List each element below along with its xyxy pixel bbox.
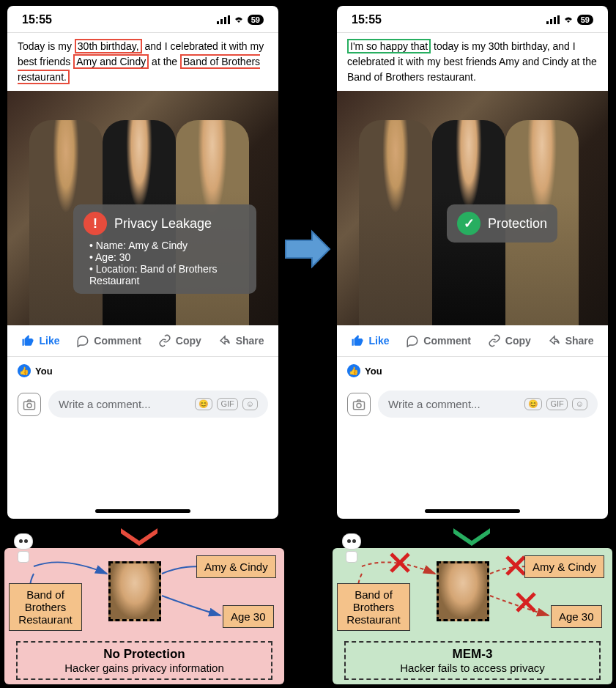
comment-icon [406, 334, 419, 347]
camera-icon[interactable] [347, 393, 371, 416]
emoji-face-icon[interactable]: 😊 [195, 398, 212, 410]
comment-label: Comment [423, 335, 471, 347]
caption-title: MEM-3 [360, 647, 585, 662]
copy-label: Copy [176, 335, 201, 347]
leak-item: Age: 30 [89, 251, 246, 263]
svg-rect-8 [554, 17, 556, 24]
svg-rect-1 [220, 19, 223, 24]
status-bar: 15:55 59 [337, 6, 608, 32]
reaction-row: 👍 You [337, 357, 608, 385]
signal-icon [217, 15, 230, 24]
share-button[interactable]: Share [218, 334, 264, 347]
like-label: Like [39, 335, 59, 347]
leak-item: Name: Amy & Cindy [89, 240, 246, 251]
svg-rect-3 [228, 15, 230, 24]
post-photo: ✓ Protection [337, 91, 608, 325]
share-label: Share [565, 335, 594, 347]
wifi-icon [563, 15, 574, 24]
diagram-mem3: Band of Brothers Restaurant Amy & Cindy … [333, 548, 612, 684]
comment-button[interactable]: Comment [406, 334, 471, 347]
home-indicator [425, 509, 520, 513]
post-text-right: I'm so happy that today is my 30th birth… [337, 32, 608, 91]
comment-input[interactable]: Write a comment... 😊 GIF ☺ [378, 391, 598, 418]
copy-label: Copy [505, 335, 531, 347]
highlight-names: Amy and Cindy [73, 54, 149, 69]
post-action-bar: Like Comment Copy Share [337, 325, 608, 357]
comment-placeholder: Write a comment... [59, 398, 151, 410]
like-button[interactable]: Like [21, 334, 59, 347]
battery-icon: 59 [248, 15, 264, 25]
camera-icon[interactable] [18, 393, 41, 416]
comment-label: Comment [94, 335, 141, 347]
info-names: Amy & Cindy [524, 555, 604, 578]
chevron-down-icon [117, 525, 161, 547]
status-time: 15:55 [352, 13, 382, 26]
robot-icon [10, 533, 37, 564]
chevron-down-icon [450, 525, 494, 547]
copy-icon [488, 334, 501, 347]
check-icon: ✓ [457, 212, 480, 235]
emoji-face-icon[interactable]: 😊 [524, 398, 542, 410]
share-icon [218, 334, 231, 347]
like-reaction-icon: 👍 [18, 364, 31, 377]
smiley-icon[interactable]: ☺ [572, 398, 587, 410]
like-reaction-icon: 👍 [347, 364, 360, 377]
status-icons: 59 [217, 15, 264, 25]
badge-title: Protection [488, 216, 547, 232]
badge-title: Privacy Leakage [114, 216, 212, 232]
share-button[interactable]: Share [548, 334, 594, 347]
comment-input[interactable]: Write a comment... 😊 GIF ☺ [48, 391, 268, 418]
reaction-row: 👍 You [7, 357, 278, 385]
info-names: Amy & Cindy [196, 555, 276, 578]
post-photo: ! Privacy Leakage Name: Amy & Cindy Age:… [7, 91, 278, 325]
caption-title: No Protection [32, 647, 256, 662]
svg-rect-2 [224, 17, 226, 24]
like-button[interactable]: Like [351, 334, 389, 347]
post-text-segment: Today is my [18, 40, 75, 52]
post-text-left: Today is my 30th birthday, and I celebra… [7, 32, 278, 91]
svg-rect-6 [546, 21, 549, 24]
svg-rect-0 [217, 21, 219, 24]
battery-icon: 59 [577, 15, 593, 25]
info-restaurant: Band of Brothers Restaurant [337, 583, 410, 631]
privacy-leakage-badge: ! Privacy Leakage Name: Amy & Cindy Age:… [73, 204, 256, 294]
transition-arrow-icon [284, 227, 333, 271]
you-label: You [365, 366, 382, 377]
gif-icon[interactable]: GIF [546, 398, 567, 410]
info-age: Age 30 [223, 605, 274, 628]
thumbs-up-icon [21, 334, 34, 347]
gif-icon[interactable]: GIF [217, 398, 237, 410]
you-label: You [35, 366, 53, 377]
share-label: Share [236, 335, 264, 347]
comment-icon [76, 334, 89, 347]
leak-item: Location: Band of Brothers Restaurant [89, 263, 246, 286]
highlight-prefix: I'm so happy that [347, 39, 431, 53]
wifi-icon [233, 15, 245, 24]
person-silhouette [359, 120, 432, 325]
signal-icon [546, 15, 560, 24]
like-label: Like [368, 335, 389, 347]
phone-mockup-left: 15:55 59 Today is my 30th birthday, and … [7, 6, 278, 519]
smiley-icon[interactable]: ☺ [242, 398, 258, 410]
composer-icons: 😊 GIF ☺ [524, 398, 587, 410]
status-bar: 15:55 59 [7, 6, 278, 32]
phone-mockup-right: 15:55 59 I'm so happy that today is my 3… [337, 6, 608, 519]
caption-subtitle: Hacker fails to access privacy [360, 662, 585, 674]
svg-point-5 [27, 403, 31, 407]
caption-box: No Protection Hacker gains privacy infor… [16, 641, 272, 680]
info-restaurant: Band of Brothers Restaurant [9, 583, 82, 631]
comment-composer: Write a comment... 😊 GIF ☺ [337, 385, 608, 432]
face-thumbnail [437, 561, 489, 621]
copy-button[interactable]: Copy [158, 334, 201, 347]
post-action-bar: Like Comment Copy Share [7, 325, 278, 357]
caption-box: MEM-3 Hacker fails to access privacy [344, 641, 601, 680]
thumbs-up-icon [351, 334, 364, 347]
protection-badge: ✓ Protection [447, 204, 557, 243]
svg-point-11 [357, 403, 361, 407]
status-time: 15:55 [22, 13, 52, 26]
robot-icon [338, 533, 365, 564]
copy-button[interactable]: Copy [488, 334, 531, 347]
composer-icons: 😊 GIF ☺ [195, 398, 258, 410]
status-icons: 59 [546, 15, 593, 25]
comment-button[interactable]: Comment [76, 334, 141, 347]
